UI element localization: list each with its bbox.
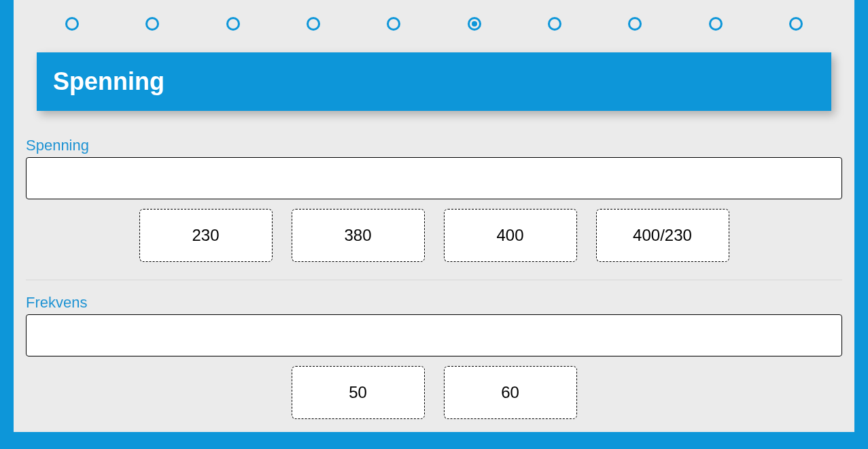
- spenning-label: Spenning: [26, 137, 842, 154]
- step-4[interactable]: [307, 17, 320, 31]
- frekvens-input[interactable]: [26, 314, 842, 356]
- step-8[interactable]: [628, 17, 642, 31]
- frekvens-label: Frekvens: [26, 294, 842, 312]
- step-10[interactable]: [789, 17, 803, 31]
- step-2[interactable]: [145, 17, 159, 31]
- spenning-input[interactable]: [26, 157, 842, 199]
- spenning-option-380[interactable]: 380: [292, 209, 425, 262]
- step-7[interactable]: [548, 17, 561, 31]
- frekvens-options: 50 60: [26, 366, 842, 437]
- step-5[interactable]: [387, 17, 400, 31]
- page-container: Spenning Spenning 230 380 400 400/230 Fr…: [14, 0, 854, 432]
- step-1[interactable]: [65, 17, 79, 31]
- spenning-option-400-230[interactable]: 400/230: [596, 209, 729, 262]
- progress-stepper: [26, 10, 842, 52]
- frekvens-option-50[interactable]: 50: [292, 366, 425, 419]
- page-title-bar: Spenning: [37, 52, 831, 111]
- section-divider: [26, 280, 842, 280]
- spenning-option-400[interactable]: 400: [444, 209, 577, 262]
- step-9[interactable]: [709, 17, 723, 31]
- spenning-options: 230 380 400 400/230: [26, 209, 842, 280]
- spenning-option-230[interactable]: 230: [139, 209, 273, 262]
- frekvens-option-60[interactable]: 60: [444, 366, 577, 419]
- step-6[interactable]: [468, 17, 481, 31]
- page-title: Spenning: [53, 67, 164, 95]
- form-section: Spenning 230 380 400 400/230 Frekvens 50…: [26, 111, 842, 437]
- step-3[interactable]: [226, 17, 240, 31]
